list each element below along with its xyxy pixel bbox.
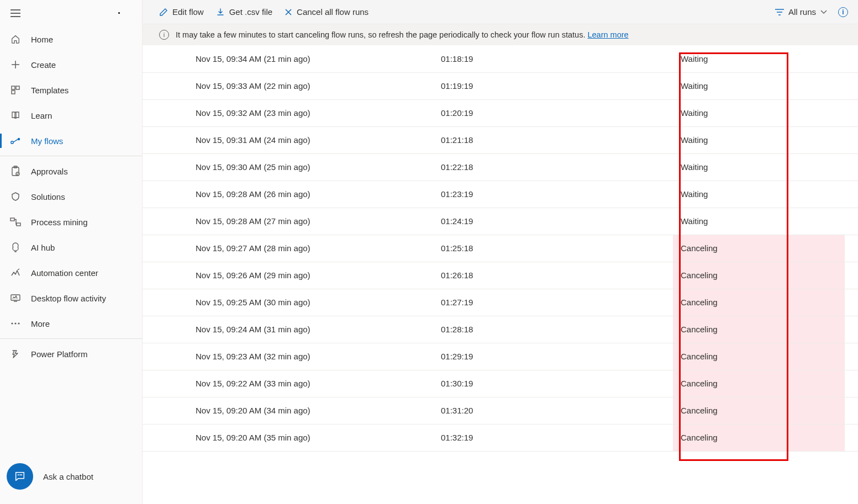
table-row[interactable]: Nov 15, 09:20 AM (34 min ago)01:31:20Can… — [143, 397, 858, 424]
sidebar-item-approvals-icon — [10, 166, 21, 177]
download-icon — [216, 8, 225, 17]
run-start-cell: Nov 15, 09:31 AM (24 min ago) — [143, 126, 441, 153]
run-status-cell: Canceling — [673, 289, 858, 316]
sidebar-item-power-platform[interactable]: Power Platform — [0, 341, 142, 367]
sidebar-item-automation-center[interactable]: Automation center — [0, 260, 142, 285]
svg-point-4 — [18, 138, 20, 140]
run-status-cell: Canceling — [673, 235, 858, 262]
sidebar-item-home[interactable]: Home — [0, 26, 142, 52]
filter-icon — [775, 9, 784, 15]
cancel-all-label: Cancel all flow runs — [297, 7, 369, 17]
run-status-cell: Canceling — [673, 370, 858, 397]
chevron-down-icon — [820, 10, 827, 14]
table-row[interactable]: Nov 15, 09:24 AM (31 min ago)01:28:18Can… — [143, 316, 858, 343]
sidebar-item-automation-center-icon — [10, 267, 21, 278]
sidebar-item-templates-icon — [10, 84, 21, 96]
runs-table-container: Nov 15, 09:34 AM (21 min ago)01:18:19Wai… — [143, 45, 858, 504]
sidebar-item-templates[interactable]: Templates — [0, 77, 142, 103]
nav-label: Learn — [31, 111, 52, 120]
runs-filter-label: All runs — [788, 7, 816, 17]
sidebar-item-ai-hub[interactable]: AI hub — [0, 235, 142, 260]
sidebar-item-desktop-flow-activity[interactable]: Desktop flow activity — [0, 285, 142, 311]
table-row[interactable]: Nov 15, 09:20 AM (35 min ago)01:32:19Can… — [143, 424, 858, 451]
nav-label: Create — [31, 60, 56, 70]
table-row[interactable]: Nov 15, 09:23 AM (32 min ago)01:29:19Can… — [143, 343, 858, 370]
sidebar-item-desktop-flow-activity-icon — [10, 293, 21, 304]
cancel-all-runs-button[interactable]: Cancel all flow runs — [285, 7, 369, 17]
run-duration-cell: 01:25:18 — [441, 235, 673, 262]
sidebar-item-approvals[interactable]: Approvals — [0, 158, 142, 184]
run-status-cell: Canceling — [673, 316, 858, 343]
table-row[interactable]: Nov 15, 09:28 AM (27 min ago)01:24:19Wai… — [143, 208, 858, 235]
nav-divider — [0, 338, 142, 339]
cancel-notice-text: It may take a few minutes to start cance… — [176, 30, 585, 39]
svg-point-3 — [11, 141, 13, 144]
sidebar-item-process-mining[interactable]: Process mining — [0, 209, 142, 235]
table-row[interactable]: Nov 15, 09:33 AM (22 min ago)01:19:19Wai… — [143, 72, 858, 99]
sidebar-item-my-flows[interactable]: My flows — [0, 128, 142, 153]
sidebar-dot-indicator — [118, 12, 120, 14]
nav-label: Home — [31, 35, 53, 44]
run-duration-cell: 01:30:19 — [441, 370, 673, 397]
run-start-cell: Nov 15, 09:24 AM (31 min ago) — [143, 316, 441, 343]
run-duration-cell: 01:22:18 — [441, 153, 673, 181]
nav-divider — [0, 156, 142, 156]
table-row[interactable]: Nov 15, 09:27 AM (28 min ago)01:25:18Can… — [143, 235, 858, 262]
run-start-cell: Nov 15, 09:22 AM (33 min ago) — [143, 370, 441, 397]
sidebar-item-learn-icon — [10, 110, 21, 121]
get-csv-label: Get .csv file — [229, 7, 272, 17]
sidebar-item-learn[interactable]: Learn — [0, 103, 142, 128]
svg-point-13 — [18, 322, 19, 324]
table-row[interactable]: Nov 15, 09:22 AM (33 min ago)01:30:19Can… — [143, 370, 858, 397]
svg-rect-0 — [12, 86, 15, 89]
run-duration-cell: 01:29:19 — [441, 343, 673, 370]
run-status-cell: Waiting — [673, 153, 858, 181]
sidebar-item-more-icon — [10, 318, 21, 329]
hamburger-menu-button[interactable] — [10, 8, 21, 19]
nav-label: Solutions — [31, 192, 65, 201]
run-status-cell: Waiting — [673, 99, 858, 126]
sidebar-item-create[interactable]: Create — [0, 52, 142, 77]
run-start-cell: Nov 15, 09:20 AM (34 min ago) — [143, 397, 441, 424]
learn-more-link[interactable]: Learn more — [587, 30, 628, 39]
get-csv-button[interactable]: Get .csv file — [216, 7, 272, 17]
runs-filter-dropdown[interactable]: All runs — [775, 7, 827, 17]
table-row[interactable]: Nov 15, 09:26 AM (29 min ago)01:26:18Can… — [143, 262, 858, 289]
sidebar-item-home-icon — [10, 34, 21, 45]
sidebar-item-more[interactable]: More — [0, 311, 142, 336]
table-row[interactable]: Nov 15, 09:25 AM (30 min ago)01:27:19Can… — [143, 289, 858, 316]
run-start-cell: Nov 15, 09:25 AM (30 min ago) — [143, 289, 441, 316]
table-row[interactable]: Nov 15, 09:34 AM (21 min ago)01:18:19Wai… — [143, 45, 858, 72]
run-duration-cell: 01:18:19 — [441, 45, 673, 72]
info-button[interactable]: i — [838, 7, 848, 17]
svg-point-12 — [14, 322, 16, 324]
run-duration-cell: 01:31:20 — [441, 397, 673, 424]
sidebar-item-process-mining-icon — [10, 216, 21, 227]
table-row[interactable]: Nov 15, 09:31 AM (24 min ago)01:21:18Wai… — [143, 126, 858, 153]
pencil-icon — [159, 8, 168, 17]
table-row[interactable]: Nov 15, 09:32 AM (23 min ago)01:20:19Wai… — [143, 99, 858, 126]
command-bar: Edit flow Get .csv file Cancel all flow … — [143, 0, 858, 24]
svg-rect-9 — [17, 223, 20, 226]
x-icon — [285, 8, 292, 16]
cancel-notice-bar: i It may take a few minutes to start can… — [143, 24, 858, 45]
table-row[interactable]: Nov 15, 09:28 AM (26 min ago)01:23:19Wai… — [143, 181, 858, 208]
run-duration-cell: 01:19:19 — [441, 72, 673, 99]
run-duration-cell: 01:28:18 — [441, 316, 673, 343]
table-row[interactable]: Nov 15, 09:30 AM (25 min ago)01:22:18Wai… — [143, 153, 858, 181]
run-duration-cell: 01:32:19 — [441, 424, 673, 451]
run-status-cell: Canceling — [673, 397, 858, 424]
run-status-cell: Canceling — [673, 343, 858, 370]
nav-label: Process mining — [31, 217, 88, 227]
run-duration-cell: 01:24:19 — [441, 208, 673, 235]
ask-chatbot-button[interactable] — [7, 463, 33, 490]
svg-rect-2 — [12, 91, 15, 94]
nav-label: Desktop flow activity — [31, 294, 106, 303]
edit-flow-button[interactable]: Edit flow — [159, 7, 204, 17]
run-duration-cell: 01:26:18 — [441, 262, 673, 289]
sidebar-item-solutions[interactable]: Solutions — [0, 184, 142, 209]
run-start-cell: Nov 15, 09:30 AM (25 min ago) — [143, 153, 441, 181]
svg-rect-8 — [10, 218, 14, 221]
info-icon: i — [159, 30, 169, 40]
svg-rect-1 — [16, 86, 19, 89]
